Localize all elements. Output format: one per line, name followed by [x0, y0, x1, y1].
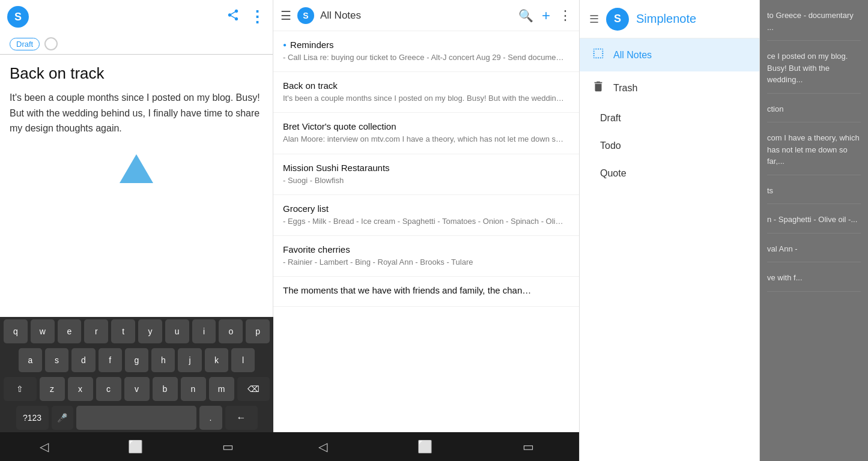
sidebar-menu-icon[interactable]: ☰	[589, 13, 599, 26]
sidebar-logo: S	[606, 8, 629, 31]
keyboard: q w e r t y u i o p a s d f g h j k l ⇧ …	[0, 317, 273, 461]
sidebar-item-trash[interactable]: Trash	[580, 71, 759, 104]
menu-icon[interactable]: ☰	[281, 8, 291, 23]
editor-content-area[interactable]: Back on track It's been a couple months …	[0, 55, 273, 317]
list-nav-bar: ◁ ⬜ ▭	[273, 432, 579, 461]
key-backspace[interactable]: ⌫	[237, 377, 270, 401]
note-preview-grocery: - Eggs - Milk - Bread - Ice cream - Spag…	[283, 216, 565, 227]
key-t[interactable]: t	[111, 319, 135, 343]
sidebar-item-todo[interactable]: Todo	[580, 132, 759, 160]
key-c[interactable]: c	[96, 377, 121, 401]
note-bullet: ●	[283, 41, 287, 48]
overlay-preview-4: com I have a theory, which has not let m…	[767, 132, 861, 175]
search-icon[interactable]: 🔍	[518, 8, 533, 23]
list-logo: S	[297, 7, 314, 24]
key-sym[interactable]: ?123	[16, 406, 49, 430]
overlay-preview-8: ve with f...	[767, 272, 861, 292]
key-shift[interactable]: ⇧	[4, 377, 37, 401]
key-period[interactable]: .	[199, 406, 222, 430]
key-h[interactable]: h	[151, 348, 175, 372]
nav-home[interactable]: ⬜	[128, 439, 143, 454]
share-button[interactable]	[226, 8, 240, 25]
sidebar-item-all-notes[interactable]: All Notes	[580, 38, 759, 71]
key-space[interactable]	[76, 406, 196, 430]
key-a[interactable]: a	[19, 348, 42, 372]
note-title-moments: The moments that we have with friends an…	[283, 285, 569, 295]
logo-letter: S	[14, 11, 22, 23]
key-y[interactable]: y	[138, 319, 162, 343]
note-body: It's been a couple months since I posted…	[10, 90, 263, 136]
add-note-icon[interactable]: +	[542, 7, 550, 24]
note-title: Back on track	[10, 64, 263, 83]
key-v[interactable]: v	[124, 377, 150, 401]
list-title: All Notes	[320, 10, 361, 22]
note-item-moments[interactable]: The moments that we have with friends an…	[273, 277, 579, 307]
keyboard-row-4: ?123 🎤 . ←	[0, 403, 273, 432]
overlay-preview-2: ce I posted on my blog. Busy! But with t…	[767, 50, 861, 94]
key-s[interactable]: s	[45, 348, 68, 372]
key-w[interactable]: w	[31, 319, 55, 343]
note-item-mission-sushi[interactable]: Mission Sushi Restaraunts - Suogi - Blow…	[273, 154, 579, 195]
notes-list: ● Reminders - Call Lisa re: buying our t…	[273, 31, 579, 432]
overlay-preview-3: ction	[767, 103, 861, 123]
trash-icon	[592, 80, 605, 96]
note-preview-back-on-track: It's been a couple months since I posted…	[283, 93, 565, 104]
sidebar-header: ☰ S Simplenote	[580, 0, 759, 38]
sidebar-app-name: Simplenote	[636, 12, 696, 26]
app-logo[interactable]: S	[7, 6, 29, 28]
note-title-reminders: ● Reminders	[283, 40, 569, 50]
key-u[interactable]: u	[165, 319, 189, 343]
sidebar-panel: ☰ S Simplenote All Notes Trash Draft Tod…	[580, 0, 760, 461]
key-z[interactable]: z	[40, 377, 65, 401]
key-l[interactable]: l	[231, 348, 255, 372]
key-x[interactable]: x	[68, 377, 93, 401]
nav-back[interactable]: ◁	[40, 439, 49, 454]
sidebar-label-quote: Quote	[600, 168, 627, 179]
list-nav-back[interactable]: ◁	[318, 439, 327, 454]
key-q[interactable]: q	[4, 319, 28, 343]
sidebar-item-quote[interactable]: Quote	[580, 160, 759, 187]
key-k[interactable]: k	[205, 348, 228, 372]
key-f[interactable]: f	[99, 348, 122, 372]
notes-list-panel: ☰ S All Notes 🔍 + ⋮ ● Reminders - Call L…	[273, 0, 580, 461]
note-item-cherries[interactable]: Favorite cherries - Rainier - Lambert - …	[273, 236, 579, 277]
list-nav-recents[interactable]: ▭	[523, 439, 534, 454]
key-j[interactable]: j	[178, 348, 201, 372]
key-g[interactable]: g	[125, 348, 148, 372]
key-e[interactable]: e	[58, 319, 82, 343]
keyboard-row-1: q w e r t y u i o p	[0, 317, 273, 346]
list-nav-home[interactable]: ⬜	[417, 439, 432, 454]
tag-circle	[44, 37, 58, 50]
note-preview-reminders: - Call Lisa re: buying our ticket to Gre…	[283, 52, 565, 63]
keyboard-row-3: ⇧ z x c v b n m ⌫	[0, 375, 273, 403]
key-i[interactable]: i	[192, 319, 216, 343]
topbar-actions: ⋮	[226, 8, 266, 26]
note-title-cherries: Favorite cherries	[283, 244, 569, 255]
note-preview-mission-sushi: - Suogi - Blowfish	[283, 175, 565, 186]
keyboard-row-2: a s d f g h j k l	[0, 346, 273, 375]
navigation-bar: ◁ ⬜ ▭	[0, 432, 273, 461]
overlay-preview-6: n - Spaghetti - Olive oil -...	[767, 214, 861, 234]
note-item-bret-victor[interactable]: Bret Victor's quote collection Alan Moor…	[273, 113, 579, 154]
note-title-bret-victor: Bret Victor's quote collection	[283, 121, 569, 131]
key-m[interactable]: m	[209, 377, 234, 401]
key-o[interactable]: o	[219, 319, 243, 343]
editor-panel: S ⋮ Draft Back on track It's been a coup…	[0, 0, 273, 461]
nav-recents[interactable]: ▭	[222, 439, 234, 454]
list-more-icon[interactable]: ⋮	[559, 8, 572, 23]
key-n[interactable]: n	[181, 377, 206, 401]
note-item-back-on-track[interactable]: Back on track It's been a couple months …	[273, 72, 579, 113]
key-b[interactable]: b	[153, 377, 178, 401]
key-p[interactable]: p	[246, 319, 270, 343]
tag-badge[interactable]: Draft	[10, 38, 40, 50]
note-item-grocery[interactable]: Grocery list - Eggs - Milk - Bread - Ice…	[273, 195, 579, 236]
key-enter[interactable]: ←	[225, 406, 258, 430]
sidebar-item-draft[interactable]: Draft	[580, 104, 759, 132]
key-r[interactable]: r	[84, 319, 108, 343]
more-button[interactable]: ⋮	[249, 8, 266, 26]
overlay-panel: to Greece - documentary ... ce I posted …	[760, 0, 868, 461]
note-item-reminders[interactable]: ● Reminders - Call Lisa re: buying our t…	[273, 31, 579, 72]
overlay-content: to Greece - documentary ... ce I posted …	[760, 0, 868, 461]
key-mic[interactable]: 🎤	[52, 406, 73, 430]
key-d[interactable]: d	[71, 348, 95, 372]
